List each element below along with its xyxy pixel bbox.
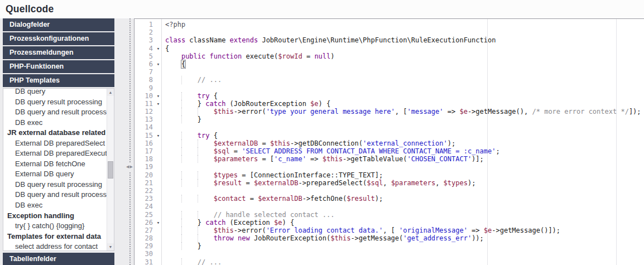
code-fold-toggle[interactable]: ▾ [154,60,162,68]
code-line[interactable]: 8 // ... [134,76,644,84]
token-var: $this [330,234,350,242]
list-item[interactable]: External DB preparedExecute [3,148,114,159]
list-scrollbar[interactable]: ▲ ▼ [107,89,114,250]
code-text: class className extends JobRouter\Engine… [162,36,644,44]
token-com: // handle selected contact ... [214,211,335,219]
code-fold-toggle[interactable]: ▾ [154,45,162,52]
code-fold-toggle[interactable]: ▾ [154,100,162,108]
code-line[interactable]: 2 [134,28,644,36]
indent-guide [181,211,182,219]
token-plain: ); [375,195,383,203]
list-item[interactable]: DB query result processing [3,180,114,190]
sidebar-section-prozesskonfigurationen[interactable]: Prozesskonfigurationen [3,32,114,45]
code-line[interactable]: 1<?php [134,21,644,28]
code-fold-toggle[interactable]: ▾ [154,92,162,100]
list-item[interactable]: External DB fetchOne [3,159,114,170]
line-number: 21 [134,179,154,187]
code-lines: 1<?php23class className extends JobRoute… [134,19,644,265]
code-line[interactable]: 13 } [134,115,644,123]
indent-guide [181,132,182,139]
code-text [162,187,644,195]
fold-gutter-spacer [154,242,162,250]
list-item[interactable]: try{ } catch() {logging} [3,221,114,232]
token-plain: )]; [472,155,484,163]
code-line[interactable]: 7 [134,68,644,76]
list-item[interactable]: DB query and result processing [3,190,114,200]
token-kw: public [181,52,205,60]
code-line[interactable]: 30 [134,250,644,258]
code-line[interactable]: 24 [134,203,644,210]
indent-guide [181,147,182,155]
code-line[interactable]: 26▾ } catch (Exception $e) { [134,219,644,227]
code-line[interactable]: 23 $contact = $externalDB->fetchOne($res… [134,195,644,203]
code-text: $sql = 'SELECT ADDRESS FROM CONTACT_DATA… [162,147,644,155]
code-line[interactable]: 5 public function execute($rowId = null) [134,52,644,60]
token-var: $parameters [391,179,435,187]
code-text: <?php [162,21,644,28]
code-line[interactable]: 15▾ try { [134,132,644,139]
code-line[interactable]: 22 [134,187,644,195]
token-plain: => [306,155,323,163]
code-line[interactable]: 11▾ } catch (JobRouterException $e) { [134,100,644,108]
sidebar-section-dialogfelder[interactable]: Dialogfelder [3,18,114,31]
sidebar-section-php-templates[interactable]: PHP Templates [3,74,114,87]
code-line[interactable]: 14 [134,123,644,131]
resize-handle-icon[interactable]: ◀▶ [125,162,134,171]
list-item[interactable]: DB exec [3,200,114,211]
code-line[interactable]: 20 $types = [ConnectionInterface::TYPE_T… [134,171,644,179]
code-editor[interactable]: 1<?php23class className extends JobRoute… [134,18,644,265]
code-line[interactable]: 9 [134,84,644,92]
fold-gutter-spacer [154,52,162,60]
fold-gutter-spacer [154,28,162,36]
panel-resize-divider[interactable]: ◀▶ [128,18,132,265]
list-item[interactable]: DB query [3,88,114,97]
list-item[interactable]: External DB preparedSelect [3,138,114,149]
code-line[interactable]: 21 $result = $externalDB->preparedSelect… [134,179,644,187]
code-line[interactable]: 28 throw new JobRouterException($this->g… [134,234,644,242]
code-line[interactable]: 18 $parameters = ['c_name' => $this->get… [134,155,644,163]
token-kw: extends [230,36,258,44]
token-com: // ... [198,76,222,84]
code-line[interactable]: 17 $sql = 'SELECT ADDRESS FROM CONTACT_D… [134,147,644,155]
code-line[interactable]: 25 // handle selected contact ... [134,211,644,219]
fold-gutter-spacer [154,187,162,195]
indent-guide [198,195,198,203]
code-line[interactable]: 4▾{ [134,45,644,52]
list-item[interactable]: External DB query [3,169,114,180]
token-var: $result [214,179,242,187]
code-line[interactable]: 19 [134,163,644,171]
code-text: $parameters = ['c_name' => $this->getTab… [162,155,644,163]
fold-gutter-spacer [154,115,162,123]
indent-guide [198,155,198,163]
token-var: $e [484,227,492,234]
code-fold-toggle[interactable]: ▾ [154,132,162,139]
scroll-down-button[interactable]: ▼ [107,243,114,250]
code-line[interactable]: 3class className extends JobRouter\Engin… [134,36,644,44]
list-item[interactable]: select address for contact [3,242,114,251]
code-line[interactable]: 12 $this->error('type your general messa… [134,108,644,115]
sidebar-section-prozessmeldungen[interactable]: Prozessmeldungen [3,46,114,59]
list-item[interactable]: DB exec [3,118,114,128]
code-line[interactable]: 10▾ try { [134,92,644,100]
scroll-up-button[interactable]: ▲ [107,89,114,96]
code-text: try { [162,92,644,100]
code-line[interactable]: 29 } [134,242,644,250]
code-line[interactable]: 16 $externalDB = $this->getDBConnection(… [134,139,644,147]
line-number: 17 [134,147,154,155]
fold-gutter-spacer [154,179,162,187]
page-title: Quellcode [6,3,54,15]
code-line[interactable]: 31 // ... [134,258,644,265]
list-item[interactable]: DB query and result processing [3,107,114,118]
list-scrollbar-thumb[interactable] [108,161,113,179]
sidebar-section-tabellenfelder[interactable]: Tabellenfelder [3,253,114,265]
list-item[interactable]: DB query result processing [3,97,114,108]
list-group-header: Exception handling [3,211,114,221]
code-line[interactable]: 6▾ { [134,60,644,68]
indent-guide [198,234,198,242]
indent-guide [181,115,182,123]
code-fold-toggle[interactable]: ▾ [154,219,162,227]
code-line[interactable]: 27 $this->error('Error loading contact d… [134,227,644,234]
sidebar-section-php-funktionen[interactable]: PHP-Funktionen [3,60,114,73]
line-number: 26 [134,219,154,227]
section-label: PHP Templates [9,76,60,84]
